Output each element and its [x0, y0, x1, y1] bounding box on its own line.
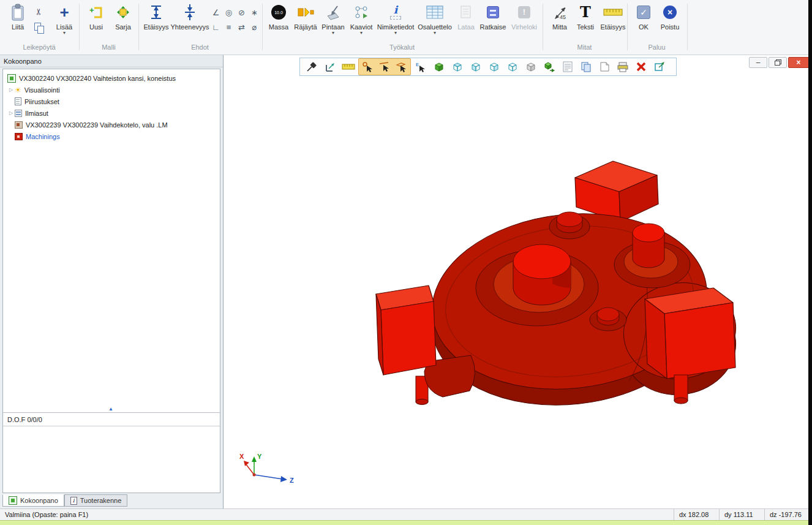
add-plus-icon: +: [59, 4, 69, 20]
view-box-icon[interactable]: [504, 59, 521, 75]
explode-label: Räjäytä: [294, 23, 317, 31]
show-part-icon[interactable]: [430, 59, 448, 75]
mass-icon: 10.0: [271, 5, 286, 20]
assembly-tree: VX3002240 VX3002240 Vaihteiston kansi, k…: [2, 69, 220, 493]
pin-icon[interactable]: [303, 59, 320, 75]
ok-button[interactable]: ✓ OK: [632, 2, 655, 43]
error-log-button: ! Virheloki: [508, 2, 540, 43]
restore-button[interactable]: [769, 57, 787, 68]
3d-viewport[interactable]: E – × X Y Z: [223, 55, 808, 508]
cut-button[interactable]: ✂: [32, 5, 45, 18]
text-icon: T: [580, 5, 591, 20]
solve-button[interactable]: Ratkaise: [479, 2, 507, 43]
machining-block-left[interactable]: [376, 285, 436, 375]
group-divider: [687, 4, 688, 50]
insert-part-icon[interactable]: [541, 59, 558, 75]
paste-button[interactable]: Liitä: [4, 2, 32, 43]
to-surface-button[interactable]: Pintaan ▾: [320, 2, 347, 43]
clipboard-icon: [10, 2, 25, 22]
distance-constraint-icon: [149, 2, 163, 22]
tree-item-visualisointi[interactable]: ▷ ☀ Visualisointi: [4, 84, 219, 96]
tree-item-piirustukset[interactable]: Piirustukset: [4, 96, 219, 107]
print-icon[interactable]: [614, 59, 631, 75]
new-button[interactable]: + Uusi: [83, 2, 109, 43]
cover-legs[interactable]: [674, 375, 688, 404]
expander-icon[interactable]: ▷: [7, 87, 15, 93]
symmetric-constraint-icon[interactable]: ⇄: [235, 20, 248, 34]
select-edge-icon[interactable]: [376, 59, 393, 75]
tab-label: Kokoonpano: [20, 497, 58, 504]
pattern-constraint-icon[interactable]: ∗: [248, 5, 261, 20]
machining-block-top[interactable]: [575, 161, 658, 222]
select-point-icon[interactable]: [359, 59, 376, 75]
representations-icon: [15, 110, 22, 117]
export-view-icon[interactable]: [651, 59, 668, 75]
distance-dim-button[interactable]: Etäisyys: [599, 2, 627, 43]
machining-block-right[interactable]: [645, 288, 735, 379]
perpendicular-constraint-icon[interactable]: ∟: [209, 20, 222, 34]
chevron-down-icon: ▾: [332, 31, 334, 35]
panel-title: Kokoonpano: [0, 55, 223, 67]
view-face-right-icon[interactable]: [486, 59, 503, 75]
tab-label: Tuoterakenne: [80, 497, 121, 504]
tree-item-machinings[interactable]: Machinings: [4, 130, 219, 142]
distance-constraint-button[interactable]: Etäisyys: [141, 2, 171, 43]
angle-constraint-icon[interactable]: ∠: [209, 5, 222, 20]
explode-button[interactable]: Räjäytä: [293, 2, 318, 43]
add-button[interactable]: + Lisää ▾: [51, 2, 77, 43]
measure-label: Mitta: [552, 23, 567, 31]
select-window-icon[interactable]: [321, 59, 339, 75]
parallel-constraint-icon[interactable]: ≡: [222, 20, 235, 34]
view-face-top-icon[interactable]: [449, 59, 466, 75]
chevron-down-icon: ▾: [360, 31, 363, 35]
close-button[interactable]: ×: [788, 57, 809, 68]
close-icon: ×: [796, 58, 800, 67]
tree-item-part[interactable]: VX3002239 VX3002239 Vaihdekotelo, valu .…: [4, 119, 219, 130]
exit-button[interactable]: × Poistu: [656, 2, 683, 43]
concentric-constraint-icon[interactable]: ◎: [222, 5, 235, 20]
diagrams-button[interactable]: Kaaviot ▾: [348, 2, 375, 43]
mass-button[interactable]: 10.0 Massa: [266, 2, 291, 43]
product-structure-icon: i: [70, 497, 77, 505]
text-button[interactable]: T Teksti: [573, 2, 598, 43]
copy-sheets-icon[interactable]: [577, 59, 595, 75]
coincidence-button[interactable]: Yhteenevyys: [172, 2, 208, 43]
machining-icon: [15, 133, 23, 140]
splitter-handle[interactable]: ▲: [108, 407, 113, 412]
solve-label: Ratkaise: [480, 23, 506, 31]
series-icon: [116, 2, 130, 22]
minimize-button[interactable]: –: [749, 57, 767, 68]
tree-item-ilmiasut[interactable]: ▷ Ilmiasut: [4, 107, 219, 119]
tangent-constraint-icon[interactable]: ⊘: [235, 5, 248, 20]
tree-item-root[interactable]: VX3002240 VX3002240 Vaihteiston kansi, k…: [4, 72, 219, 84]
error-log-icon: !: [518, 6, 530, 18]
page-flip-icon[interactable]: [596, 59, 613, 75]
restore-icon: [775, 59, 781, 66]
expander-icon[interactable]: ▷: [7, 110, 15, 116]
part-icon: [15, 121, 23, 129]
diameter-constraint-icon[interactable]: ⌀: [248, 20, 261, 34]
parts-list-button[interactable]: Osaluettelo ▾: [416, 2, 453, 43]
select-face-icon[interactable]: [393, 59, 410, 75]
gearbox-cover-model[interactable]: [224, 55, 809, 508]
copy-button[interactable]: [32, 21, 45, 34]
chevron-down-icon: ▾: [434, 31, 436, 35]
view-iso-icon[interactable]: [522, 59, 539, 75]
select-element-icon[interactable]: E: [412, 59, 429, 75]
view-face-left-icon[interactable]: [467, 59, 484, 75]
axis-x-label: X: [239, 453, 244, 460]
status-message: Valmiina (Opaste: paina F1): [5, 509, 88, 520]
minimize-icon: –: [756, 58, 761, 67]
measure-button[interactable]: 45 Mitta: [547, 2, 572, 43]
part-list-icon[interactable]: [559, 59, 576, 75]
series-label: Sarja: [115, 23, 131, 31]
axis-triad: X Y Z: [238, 450, 306, 488]
tab-tuoterakenne[interactable]: i Tuoterakenne: [64, 494, 127, 507]
group-label-constraints: Ehdot: [138, 43, 261, 51]
tab-kokoonpano[interactable]: Kokoonpano: [2, 494, 64, 507]
series-button[interactable]: Sarja: [110, 2, 136, 43]
application-window: Liitä ✂ + Lisää ▾ Leikepöytä + Uusi Sarj…: [0, 0, 812, 525]
delete-icon[interactable]: [633, 59, 650, 75]
measure-ruler-icon[interactable]: [340, 59, 357, 75]
item-info-button[interactable]: i Nimiketiedot ▾: [376, 2, 415, 43]
